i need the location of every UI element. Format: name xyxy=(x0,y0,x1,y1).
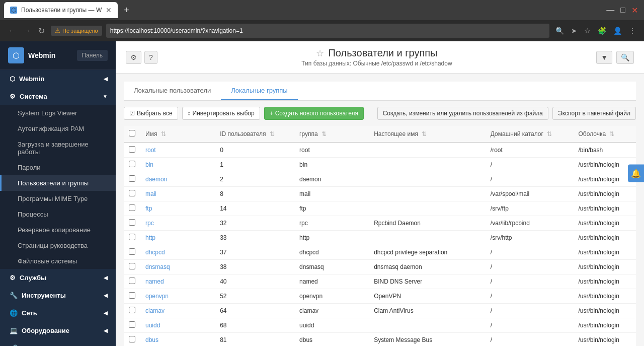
export-button[interactable]: Экспорт в пакетный файл xyxy=(552,107,636,120)
menu-icon[interactable]: ⋮ xyxy=(627,26,638,36)
minimize-button[interactable]: — xyxy=(604,5,616,16)
row-checkbox-cell[interactable] xyxy=(124,216,140,231)
create-user-button[interactable]: + Создать нового пользователя xyxy=(264,107,364,120)
sidebar-item-pam[interactable]: Аутентификация PAM xyxy=(0,121,116,136)
col-real-name[interactable]: Настоящее имя ⇅ xyxy=(369,126,486,143)
select-all-button[interactable]: ☑ Выбрать все xyxy=(124,107,178,120)
row-checkbox-cell[interactable] xyxy=(124,289,140,304)
forward-button[interactable]: → xyxy=(21,25,33,37)
sidebar-item-hardware[interactable]: 💻 Оборудование ◀ xyxy=(0,322,116,339)
row-checkbox[interactable] xyxy=(129,292,135,299)
row-checkbox[interactable] xyxy=(129,336,135,342)
user-name-link[interactable]: clamav xyxy=(145,307,165,314)
row-checkbox[interactable] xyxy=(129,263,135,269)
col-checkbox[interactable] xyxy=(124,126,140,143)
sidebar-item-services[interactable]: ⚙ Службы ◀ xyxy=(0,269,116,287)
user-name-link[interactable]: ftp xyxy=(145,205,152,212)
user-name-link[interactable]: bin xyxy=(145,161,153,168)
select-all-checkbox[interactable] xyxy=(129,130,135,136)
row-checkbox[interactable] xyxy=(129,321,135,328)
sidebar-item-network[interactable]: 🌐 Сеть ◀ xyxy=(0,304,116,322)
user-name-link[interactable]: http xyxy=(145,234,155,241)
browser-tab[interactable]: ⬡ Пользователи и группы — W ✕ xyxy=(4,2,118,18)
col-user-id[interactable]: ID пользователя ⇅ xyxy=(215,126,294,143)
user-name-link[interactable]: mail xyxy=(145,190,156,197)
row-checkbox[interactable] xyxy=(129,190,135,196)
sidebar-item-cluster[interactable]: 🔗 Кластер ◀ xyxy=(0,339,116,346)
sidebar-item-system-logs[interactable]: System Logs Viewer xyxy=(0,105,116,121)
close-window-button[interactable]: ✕ xyxy=(629,5,640,16)
sidebar-item-webmin[interactable]: ⬡ Webmin ◀ xyxy=(0,70,116,88)
row-checkbox[interactable] xyxy=(129,248,135,255)
row-checkbox[interactable] xyxy=(129,175,135,182)
user-name-link[interactable]: uuidd xyxy=(145,322,160,329)
row-checkbox[interactable] xyxy=(129,234,135,240)
row-checkbox[interactable] xyxy=(129,146,135,153)
user-name-link[interactable]: daemon xyxy=(145,176,167,183)
sidebar-item-tools[interactable]: 🔧 Инструменты ◀ xyxy=(0,287,116,304)
row-group: dnsmasq xyxy=(294,260,369,274)
search-icon[interactable]: 🔍 xyxy=(553,26,566,36)
refresh-button[interactable]: ↻ xyxy=(36,25,47,37)
user-name-link[interactable]: rpc xyxy=(145,220,154,227)
sidebar-item-passwd[interactable]: Пароли xyxy=(0,160,116,175)
row-checkbox[interactable] xyxy=(129,219,135,226)
security-indicator[interactable]: ⚠ Не защищено xyxy=(51,26,102,36)
profile-icon[interactable]: 👤 xyxy=(611,26,624,36)
user-name-link[interactable]: dhcpcd xyxy=(145,249,165,256)
col-shell[interactable]: Оболочка ⇅ xyxy=(574,126,636,143)
sidebar-item-filesystems[interactable]: Файловые системы xyxy=(0,253,116,269)
user-name-link[interactable]: named xyxy=(145,278,164,285)
row-checkbox-cell[interactable] xyxy=(124,172,140,187)
row-checkbox-cell[interactable] xyxy=(124,333,140,347)
row-checkbox-cell[interactable] xyxy=(124,201,140,216)
row-checkbox[interactable] xyxy=(129,161,135,167)
row-checkbox[interactable] xyxy=(129,278,135,284)
user-name-link[interactable]: dbus xyxy=(145,336,158,343)
sidebar-item-manual[interactable]: Страницы руководства xyxy=(0,238,116,253)
tab-local-users[interactable]: Локальные пользователи xyxy=(124,82,221,100)
send-icon[interactable]: ➤ xyxy=(569,26,579,36)
bookmark-icon[interactable]: ☆ xyxy=(582,26,593,36)
sidebar-item-backup[interactable]: Резервное копирование xyxy=(0,222,116,238)
row-checkbox-cell[interactable] xyxy=(124,245,140,260)
user-name-link[interactable]: root xyxy=(145,147,156,154)
create-modify-button[interactable]: Создать, изменить или удалить пользовате… xyxy=(377,107,548,120)
row-checkbox-cell[interactable] xyxy=(124,274,140,289)
back-button[interactable]: ← xyxy=(6,25,18,37)
col-group[interactable]: группа ⇅ xyxy=(294,126,369,143)
sidebar-item-mime[interactable]: Программы MIME Type xyxy=(0,191,116,206)
user-name-link[interactable]: dnsmasq xyxy=(145,263,170,270)
address-input[interactable] xyxy=(106,24,549,38)
sidebar-users-label: Пользователи и группы xyxy=(18,179,89,187)
help-button[interactable]: ? xyxy=(144,51,157,64)
filter-button[interactable]: ▼ xyxy=(596,51,612,64)
row-checkbox-cell[interactable] xyxy=(124,304,140,318)
extensions-icon[interactable]: 🧩 xyxy=(596,26,608,36)
row-checkbox-cell[interactable] xyxy=(124,231,140,245)
row-checkbox-cell[interactable] xyxy=(124,187,140,201)
invert-button[interactable]: ↕ Инвертировать выбор xyxy=(182,107,260,120)
star-icon[interactable]: ☆ xyxy=(316,48,324,59)
row-checkbox[interactable] xyxy=(129,307,135,313)
notification-button[interactable]: 🔔 xyxy=(628,164,644,182)
col-home[interactable]: Домашний каталог ⇅ xyxy=(486,126,574,143)
settings-button[interactable]: ⚙ xyxy=(126,51,141,64)
row-checkbox-cell[interactable] xyxy=(124,158,140,172)
tab-close-button[interactable]: ✕ xyxy=(106,6,112,14)
search-button[interactable]: 🔍 xyxy=(616,51,634,64)
tab-local-groups[interactable]: Локальные группы xyxy=(221,82,297,100)
sidebar-item-boot[interactable]: Загрузка и завершение работы xyxy=(0,136,116,160)
user-name-link[interactable]: openvpn xyxy=(145,293,169,300)
panel-button[interactable]: Панель xyxy=(77,50,108,61)
sidebar-item-processes[interactable]: Процессы xyxy=(0,206,116,222)
row-checkbox-cell[interactable] xyxy=(124,260,140,274)
sidebar-item-users-groups[interactable]: Пользователи и группы xyxy=(0,175,116,191)
col-name[interactable]: Имя ⇅ xyxy=(140,126,215,143)
row-checkbox[interactable] xyxy=(129,204,135,211)
new-tab-button[interactable]: + xyxy=(124,5,129,16)
sidebar-item-sistema[interactable]: ⚙ Система ▼ xyxy=(0,88,116,105)
row-checkbox-cell[interactable] xyxy=(124,143,140,158)
row-checkbox-cell[interactable] xyxy=(124,318,140,333)
maximize-button[interactable]: □ xyxy=(618,5,627,16)
